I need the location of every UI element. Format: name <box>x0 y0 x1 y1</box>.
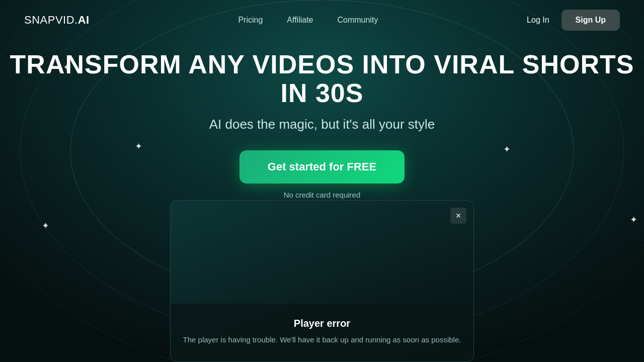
player-error-title: Player error <box>183 318 461 329</box>
player-error-overlay: Player error The player is having troubl… <box>171 304 473 362</box>
cta-free: FREE <box>347 160 377 173</box>
close-button[interactable]: × <box>450 208 466 224</box>
no-credit-card-text: No credit card required <box>284 191 361 199</box>
nav-actions: Log In Sign Up <box>527 10 620 31</box>
hero-subtitle: AI does the magic, but it's all your sty… <box>209 117 435 132</box>
nav-links: Pricing Affiliate Community <box>238 16 378 25</box>
sparkle-6: ✦ <box>630 215 637 224</box>
player-error-message: The player is having trouble. We'll have… <box>183 334 461 346</box>
navbar: SNAPVID.AI Pricing Affiliate Community L… <box>0 0 644 40</box>
logo-regular: SNAPVID. <box>24 14 78 26</box>
hero-title: TRANSFORM ANY VIDEOS INTO VIRAL SHORTS I… <box>0 50 644 108</box>
cta-button[interactable]: Get started for FREE <box>239 150 405 184</box>
hero-section: TRANSFORM ANY VIDEOS INTO VIRAL SHORTS I… <box>0 50 644 211</box>
logo-bold: AI <box>78 14 90 26</box>
login-button[interactable]: Log In <box>527 16 549 25</box>
signup-button[interactable]: Sign Up <box>561 10 620 31</box>
video-inner: × Player error The player is having trou… <box>171 201 473 361</box>
nav-pricing[interactable]: Pricing <box>238 16 263 25</box>
sparkle-5: ✦ <box>42 221 49 230</box>
logo: SNAPVID.AI <box>24 14 90 27</box>
cta-prefix: Get started for <box>268 160 347 173</box>
nav-affiliate[interactable]: Affiliate <box>287 16 313 25</box>
video-container: × Player error The player is having trou… <box>170 200 474 362</box>
nav-community[interactable]: Community <box>337 16 378 25</box>
